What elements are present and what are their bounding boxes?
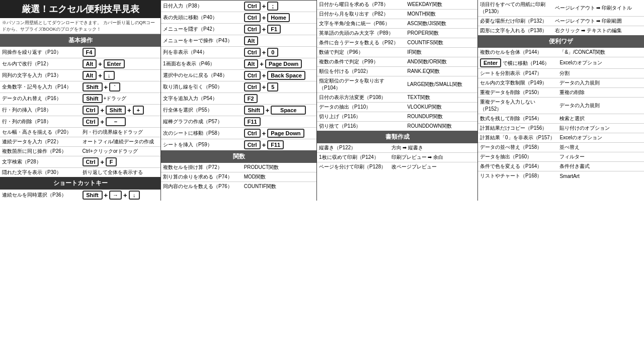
row-value: ROUNDUP関数 xyxy=(405,112,477,122)
row-value: PRODUCT関数 xyxy=(242,163,316,172)
keyboard-key: Ctrl xyxy=(244,82,261,92)
table-row: 全角数字・記号を入力（P14）Shift+` xyxy=(0,81,160,93)
keyboard-key: F11 xyxy=(244,117,261,126)
row-label: 文字を追加入力（P54） xyxy=(161,93,242,105)
row-label: 複数の条件で判定（P99） xyxy=(317,57,405,67)
row-value: 列・行の境界線をドラッグ xyxy=(80,128,161,137)
row-value: Shift+` xyxy=(80,81,161,93)
row-label: 同操作を繰り返す（P10） xyxy=(0,47,80,58)
table-row: 連続データを入力（P22）オートフィル/連続データの作成 xyxy=(0,137,160,147)
row-value: Ctrl+F xyxy=(80,156,161,168)
keyboard-key: Page Down xyxy=(267,129,304,138)
table-row: 割り算の余りを求める（P74）MOD関数 xyxy=(161,172,316,182)
row-value: LARGE関数/SMALL関数 xyxy=(405,76,477,93)
row-value: Ctrl+− xyxy=(80,116,161,128)
keyboard-key: Ctrl xyxy=(244,48,261,57)
table-row: 複数箇所に同じ操作（P26）Ctrl+クリックorドラッグ xyxy=(0,147,160,156)
row-label: リストやチャート（P168） xyxy=(478,171,557,181)
keyboard-key: F xyxy=(106,157,117,166)
keyboard-key: Ctrl xyxy=(244,71,261,80)
key-separator: + xyxy=(262,3,266,10)
row-value: IF関数 xyxy=(405,48,477,57)
row-label: 行全体を選択（P55） xyxy=(161,105,242,116)
row-value: PROPER関数 xyxy=(405,29,477,38)
keyboard-key: Home xyxy=(267,13,290,22)
keyboard-key: F11 xyxy=(267,140,284,149)
row-label: 次のシートに移動（P58） xyxy=(161,128,242,139)
row-label: 項目行をすべての用紙に印刷（P130） xyxy=(478,0,553,17)
row-value: Ctrl+クリックorドラッグ xyxy=(80,147,161,156)
row-label: 順位を付ける（P102） xyxy=(317,67,405,76)
row-label: メニューを隠す（P42） xyxy=(161,24,242,35)
table-row: データの入れ替え（P16）Shift+ドラッグ xyxy=(0,93,160,105)
table-row: データを抽出（P160）フィルター xyxy=(478,152,644,162)
row-label: 日付の表示方法変更（P108） xyxy=(317,93,405,103)
keyboard-key: F2 xyxy=(244,94,258,103)
table-row: 列を非表示（P44）Ctrl+0 xyxy=(161,47,316,58)
keyboard-key: Ctrl xyxy=(83,157,99,166)
keyboard-key: Ctrl xyxy=(244,129,261,138)
keyboard-key: 5 xyxy=(267,82,278,92)
key-separator: + xyxy=(98,72,102,79)
table-row: 1画面右を表示（P46）Alt+Page Down xyxy=(161,58,316,70)
row-value: 方向 ➡ 縦書き xyxy=(389,143,477,153)
row-label: 日付から月を取り出す（P82） xyxy=(317,10,405,19)
row-value: Ctrl+; xyxy=(242,1,316,12)
table-row: セル幅・高さを揃える（P20）列・行の境界線をドラッグ xyxy=(0,128,160,137)
row-label: 割り算の余りを求める（P74） xyxy=(161,172,242,182)
row-label: 縦棒グラフの作成（P57） xyxy=(161,116,242,128)
row-value: 条件付き書式 xyxy=(557,162,644,171)
row-value: RANK.EQ関数 xyxy=(405,67,477,76)
keyboard-key: ` xyxy=(109,82,120,92)
row-label: 必要な場所だけ印刷（P132） xyxy=(478,17,553,26)
keyboard-key: + xyxy=(133,106,144,115)
row-label: メニューをキーで操作（P43） xyxy=(161,35,242,47)
row-label: ページを分けて印刷（P128） xyxy=(317,162,389,172)
key-separator: + xyxy=(100,158,104,166)
table-row: 1枚に収めて印刷（P124）印刷プレビュー ➡ 余白 xyxy=(317,153,477,162)
row-value: Ctrl+0 xyxy=(242,47,316,58)
func2-table: 日付から曜日を求める（P78）WEEKDAY関数日付から月を取り出す（P82）M… xyxy=(317,0,477,131)
table-row: 同列の文字を入力（P13）Alt+↓ xyxy=(0,70,160,81)
table-row: 順位を付ける（P102）RANK.EQ関数 xyxy=(317,67,477,76)
keyboard-key: Ctrl xyxy=(244,25,261,34)
row-label: 数値で判定（P96） xyxy=(317,48,405,57)
keyboard-key: F1 xyxy=(267,25,281,34)
section-header-doc: 書類作成 xyxy=(317,131,477,143)
keyboard-key: − xyxy=(106,117,126,126)
row-label: 列を非表示（P44） xyxy=(161,47,242,58)
shortcut-table: 連続セルを同時選択（P36）Shift+→+↓ xyxy=(0,190,160,201)
table-row: 選択中のセルに戻る（P48）Ctrl+Back Space xyxy=(161,70,316,81)
keyboard-key: Shift xyxy=(83,191,103,200)
keyboard-key: Shift xyxy=(244,106,264,115)
keyboard-key: Shift xyxy=(106,106,126,115)
row-label: シートを挿入（P59） xyxy=(161,139,242,151)
row-value: 分割 xyxy=(557,69,644,78)
keyboard-key: Enter xyxy=(104,59,125,68)
row-label: 条件に合うデータを数える（P92） xyxy=(317,38,405,48)
key-separator: + xyxy=(100,118,104,126)
table-row: 重複データを入力しない（P152）データの入力規則 xyxy=(478,98,644,114)
table-row: 取り消し線を引く（P50）Ctrl+5 xyxy=(161,81,316,93)
table-row: 条件に合うデータを数える（P92）COUNTIFS関数 xyxy=(317,38,477,48)
row-value: ROUNDDOWN関数 xyxy=(405,122,477,131)
table-row: 必要な場所だけ印刷（P132）ページレイアウト ➡ 印刷範囲 xyxy=(478,17,644,26)
row-label: 同内容のセルを数える（P76） xyxy=(161,182,242,192)
basic-ops-table: 同操作を繰り返す（P10）F4セル内で改行（P12）Alt+Enter同列の文字… xyxy=(0,47,160,177)
row-value: SmartArt xyxy=(557,171,644,181)
row-value: Ctrl+Page Down xyxy=(242,128,316,139)
section-header-basic: 基本操作 xyxy=(0,34,160,47)
table-row: 日付から曜日を求める（P78）WEEKDAY関数 xyxy=(317,0,477,10)
row-label: 切り捨て（P116） xyxy=(317,122,405,131)
row-label: 英単語の先頭のみ大文字（P89） xyxy=(317,29,405,38)
table-row: 表の先頭に移動（P40）Ctrl+Home xyxy=(161,12,316,24)
table-row: 数式を残して削除（P154）検索と選択 xyxy=(478,114,644,124)
table-row: 切り捨て（P116）ROUNDDOWN関数 xyxy=(317,122,477,131)
key-separator: + xyxy=(260,60,264,68)
keyboard-key: → xyxy=(109,191,122,200)
section-header-util: 便利ワザ xyxy=(478,35,644,48)
func-table: 複数セルを掛け算（P72）PRODUCT関数割り算の余りを求める（P74）MOD… xyxy=(161,163,316,191)
row-value: Alt+↓ xyxy=(80,70,161,81)
keyboard-key: ; xyxy=(267,2,278,11)
row-label: セル内で改行（P12） xyxy=(0,58,80,70)
